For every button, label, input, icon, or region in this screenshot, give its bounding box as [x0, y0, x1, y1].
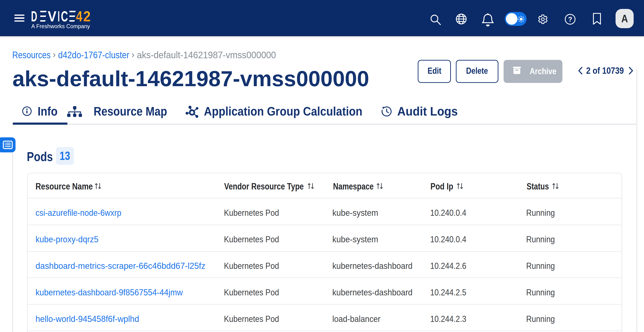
svg-text:I: I: [58, 11, 60, 22]
svg-text:C: C: [61, 11, 68, 22]
svg-text:?: ?: [568, 15, 572, 23]
svg-text:V: V: [48, 11, 56, 22]
svg-text:D: D: [31, 11, 37, 22]
svg-text:4: 4: [76, 11, 82, 22]
svg-text:2: 2: [83, 11, 90, 22]
